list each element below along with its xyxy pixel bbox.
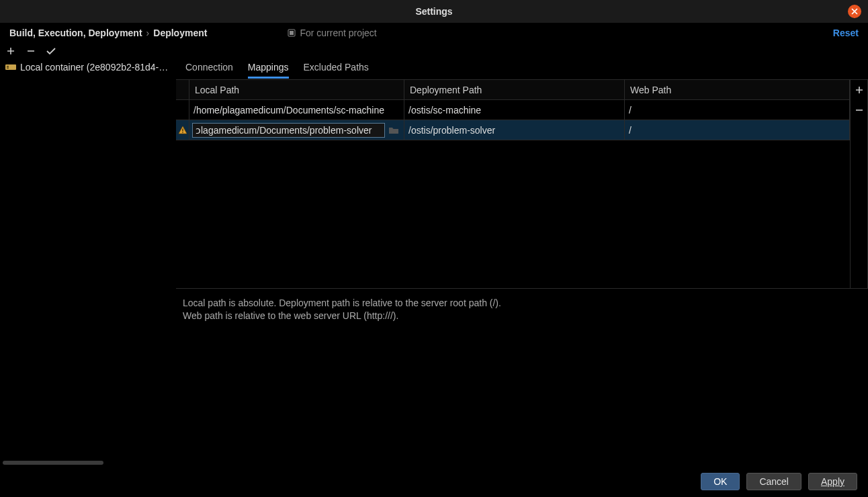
cell-deployment-path[interactable]: /ostis/problem-solver bbox=[404, 120, 625, 140]
check-icon bbox=[46, 47, 56, 55]
remove-server-button[interactable] bbox=[26, 46, 36, 56]
cancel-button[interactable]: Cancel bbox=[746, 473, 801, 490]
minus-icon bbox=[26, 46, 36, 56]
row-icon-cell bbox=[176, 100, 189, 120]
minus-icon bbox=[855, 105, 864, 115]
close-icon bbox=[851, 8, 858, 15]
breadcrumb-row: Build, Execution, Deployment › Deploymen… bbox=[0, 23, 868, 43]
mappings-table-area: Local Path Deployment Path Web Path /hom… bbox=[176, 79, 868, 289]
breadcrumb-part-1[interactable]: Build, Execution, Deployment bbox=[9, 28, 142, 38]
window-title: Settings bbox=[415, 6, 452, 17]
set-default-button[interactable] bbox=[46, 46, 56, 56]
header-deployment-path[interactable]: Deployment Path bbox=[404, 80, 625, 100]
svg-rect-5 bbox=[182, 128, 183, 131]
remove-mapping-button[interactable] bbox=[851, 100, 867, 120]
plus-icon bbox=[855, 85, 864, 95]
tab-excluded-paths[interactable]: Excluded Paths bbox=[304, 62, 369, 79]
window-close-button[interactable] bbox=[848, 5, 861, 18]
breadcrumb: Build, Execution, Deployment › Deploymen… bbox=[9, 28, 207, 38]
folder-icon bbox=[388, 126, 399, 135]
add-mapping-button[interactable] bbox=[851, 80, 867, 100]
header-local-path[interactable]: Local Path bbox=[189, 80, 404, 100]
deployment-tabs: Connection Mappings Excluded Paths bbox=[176, 59, 868, 79]
help-line-1: Local path is absolute. Deployment path … bbox=[183, 297, 861, 310]
cell-local-path[interactable]: /home/plagamedicum/Documents/sc-machine bbox=[189, 100, 404, 120]
mappings-table: Local Path Deployment Path Web Path /hom… bbox=[176, 79, 851, 289]
servers-sidebar: Local container (2e8092b2-81d4-… bbox=[0, 59, 176, 466]
scope-label: For current project bbox=[300, 28, 376, 38]
header-web-path[interactable]: Web Path bbox=[625, 80, 850, 100]
cell-local-path-editing[interactable]: ɔlagamedicum/Documents/problem-solver bbox=[189, 120, 404, 140]
sidebar-horizontal-scrollbar[interactable] bbox=[3, 461, 103, 465]
help-line-2: Web path is relative to the web server U… bbox=[183, 310, 861, 322]
local-path-input[interactable]: ɔlagamedicum/Documents/problem-solver bbox=[192, 123, 385, 138]
breadcrumb-part-2[interactable]: Deployment bbox=[153, 28, 207, 38]
server-icon bbox=[5, 63, 16, 71]
cell-web-path[interactable]: / bbox=[625, 100, 850, 120]
cell-deployment-path[interactable]: /ostis/sc-machine bbox=[404, 100, 625, 120]
svg-rect-6 bbox=[182, 132, 183, 132]
plus-icon bbox=[6, 46, 15, 56]
svg-rect-4 bbox=[7, 68, 9, 69]
dialog-footer: OK Cancel Apply bbox=[0, 466, 868, 497]
browse-folder-button[interactable] bbox=[386, 123, 401, 138]
project-scope: For current project bbox=[288, 28, 376, 38]
scope-icon bbox=[288, 29, 296, 37]
server-item-label: Local container (2e8092b2-81d4-… bbox=[20, 62, 168, 73]
right-pane: Connection Mappings Excluded Paths Local… bbox=[176, 59, 868, 466]
content: Local container (2e8092b2-81d4-… Connect… bbox=[0, 59, 868, 466]
server-item[interactable]: Local container (2e8092b2-81d4-… bbox=[0, 59, 175, 75]
svg-rect-3 bbox=[7, 66, 9, 67]
tab-connection[interactable]: Connection bbox=[185, 62, 233, 79]
header-icon-col bbox=[176, 80, 189, 100]
table-side-buttons bbox=[851, 79, 868, 289]
ok-button[interactable]: OK bbox=[701, 473, 740, 490]
tab-mappings[interactable]: Mappings bbox=[248, 62, 289, 79]
help-text: Local path is absolute. Deployment path … bbox=[176, 289, 868, 330]
svg-rect-2 bbox=[5, 64, 16, 70]
sidebar-toolbar bbox=[0, 43, 868, 59]
apply-button[interactable]: Apply bbox=[808, 473, 857, 490]
reset-link[interactable]: Reset bbox=[833, 28, 859, 38]
cell-web-path[interactable]: / bbox=[625, 120, 850, 140]
breadcrumb-separator: › bbox=[146, 28, 150, 38]
warning-icon bbox=[178, 126, 187, 135]
apply-button-label: Apply bbox=[821, 476, 844, 487]
row-warning-icon-cell bbox=[176, 120, 189, 140]
add-server-button[interactable] bbox=[5, 46, 16, 56]
svg-rect-1 bbox=[290, 31, 294, 35]
titlebar: Settings bbox=[0, 0, 868, 23]
servers-list: Local container (2e8092b2-81d4-… bbox=[0, 59, 175, 75]
